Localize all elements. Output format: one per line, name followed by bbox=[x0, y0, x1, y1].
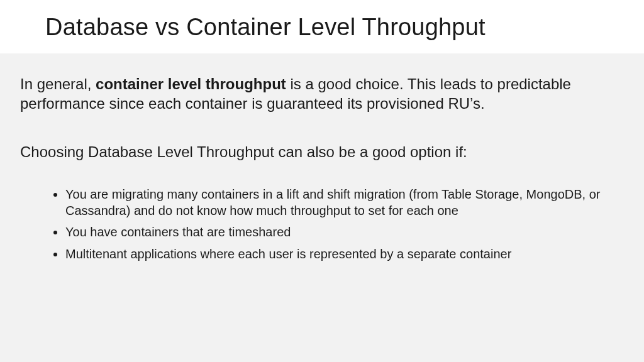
p1-pre: In general, bbox=[20, 75, 96, 92]
list-item: Multitenant applications where each user… bbox=[65, 246, 624, 262]
slide-header: Database vs Container Level Throughput bbox=[0, 0, 644, 53]
slide-body: In general, container level throughput i… bbox=[0, 53, 644, 362]
list-item: You are migrating many containers in a l… bbox=[65, 186, 624, 219]
paragraph-intro: In general, container level throughput i… bbox=[20, 75, 624, 113]
slide: Database vs Container Level Throughput I… bbox=[0, 0, 644, 362]
p1-bold: container level throughput bbox=[96, 75, 286, 92]
bullet-list: You are migrating many containers in a l… bbox=[20, 186, 624, 263]
paragraph-lead: Choosing Database Level Throughput can a… bbox=[20, 142, 624, 162]
list-item: You have containers that are timeshared bbox=[65, 224, 624, 240]
slide-title: Database vs Container Level Throughput bbox=[45, 14, 644, 41]
